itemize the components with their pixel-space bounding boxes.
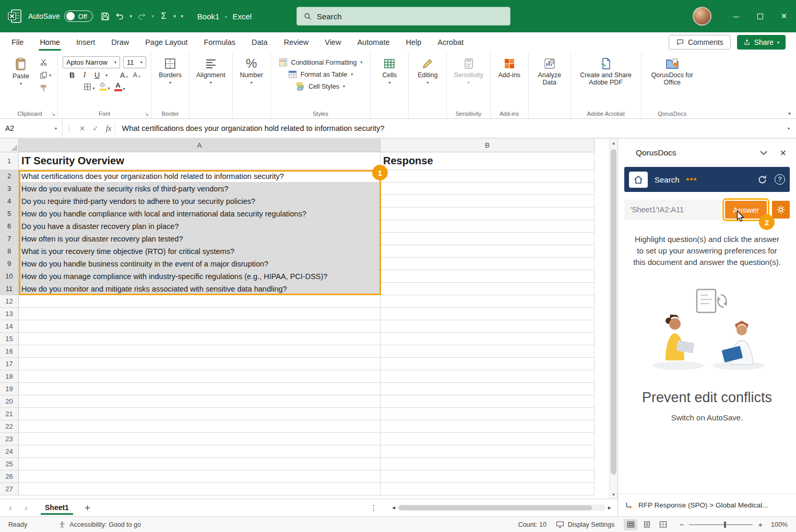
zoom-percentage[interactable]: 100% [768, 521, 788, 528]
row-header-7[interactable]: 7 [0, 233, 19, 245]
cell-A11[interactable]: How do you monitor and mitigate risks as… [19, 283, 381, 295]
page-break-view-button[interactable] [656, 519, 670, 530]
analyze-data-button[interactable]: Analyze Data [533, 56, 566, 88]
underline-dropdown-icon[interactable]: ▾ [105, 73, 108, 78]
autosum-dropdown-icon[interactable]: ▾ [171, 14, 179, 19]
redo-dropdown-icon[interactable]: ▾ [149, 14, 157, 19]
scroll-up-icon[interactable]: ▲ [610, 139, 617, 147]
cell-A22[interactable] [19, 420, 381, 433]
cell-B20[interactable] [381, 395, 595, 408]
previous-sheet-icon[interactable]: ‹ [6, 503, 15, 513]
border-style-button[interactable]: ▾ [84, 83, 94, 91]
accessibility-status[interactable]: Accessibility: Good to go [58, 521, 141, 528]
cell-B3[interactable] [381, 183, 595, 195]
adobe-pdf-button[interactable]: Create and Share Adobe PDF [576, 56, 636, 88]
autosave-control[interactable]: AutoSave Off [28, 10, 93, 22]
formula-input[interactable]: What certifications does your organizati… [115, 124, 781, 132]
cell-B21[interactable] [381, 408, 595, 420]
answer-button[interactable]: Answer [725, 201, 767, 219]
cell-A2[interactable]: What certifications does your organizati… [19, 170, 381, 183]
scroll-left-icon[interactable]: ◀ [392, 505, 395, 510]
zoom-out-button[interactable]: − [679, 520, 684, 529]
maximize-button[interactable] [748, 0, 772, 32]
customize-toolbar-icon[interactable]: ▾ [179, 14, 186, 19]
tab-review[interactable]: Review [283, 34, 310, 51]
tab-page-layout[interactable]: Page Layout [144, 34, 188, 51]
cell-B8[interactable] [381, 245, 595, 258]
number-format-button[interactable]: % Number▾ [237, 56, 266, 87]
row-header-8[interactable]: 8 [0, 245, 19, 258]
horizontal-scrollbar[interactable]: ◀ ▶ [392, 504, 611, 511]
row-header-20[interactable]: 20 [0, 395, 19, 408]
row-header-11[interactable]: 11 [0, 283, 19, 295]
fill-color-button[interactable]: ▾ [99, 82, 110, 91]
cell-B27[interactable] [381, 483, 595, 495]
normal-view-button[interactable] [624, 519, 637, 530]
display-settings-button[interactable]: Display Settings [556, 521, 615, 528]
row-header-4[interactable]: 4 [0, 195, 19, 208]
row-header-23[interactable]: 23 [0, 433, 19, 445]
cell-A6[interactable]: Do you have a disaster recovery plan in … [19, 220, 381, 233]
panel-search-label[interactable]: Search [655, 175, 680, 184]
save-button[interactable] [98, 8, 113, 24]
tab-insert[interactable]: Insert [75, 34, 96, 51]
help-button[interactable]: ? [775, 174, 785, 185]
clipboard-dialog-launcher-icon[interactable]: ↘ [51, 111, 55, 117]
row-header-5[interactable]: 5 [0, 208, 19, 220]
tab-view[interactable]: View [324, 34, 342, 51]
qorusdocs-office-button[interactable]: QorusDocs for Office [646, 56, 698, 88]
cell-B19[interactable] [381, 383, 595, 395]
cell-A15[interactable] [19, 333, 381, 345]
column-header-B[interactable]: B [381, 139, 595, 152]
italic-button[interactable]: I [80, 71, 89, 79]
cell-A10[interactable]: How do you manage compliance with indust… [19, 270, 381, 283]
addins-button[interactable]: Add-ins [495, 56, 524, 80]
cell-A20[interactable] [19, 395, 381, 408]
tab-acrobat[interactable]: Acrobat [436, 34, 465, 51]
scroll-right-icon[interactable]: ▶ [608, 505, 611, 510]
row-header-27[interactable]: 27 [0, 483, 19, 495]
cell-A1[interactable]: IT Security Overview [19, 152, 381, 170]
row-header-21[interactable]: 21 [0, 408, 19, 420]
format-as-table-button[interactable]: Format as Table▾ [285, 68, 356, 80]
underline-button[interactable]: U [93, 71, 101, 79]
collapse-ribbon-icon[interactable]: ▾ [788, 111, 791, 116]
row-header-16[interactable]: 16 [0, 345, 19, 358]
cell-B4[interactable] [381, 195, 595, 208]
enter-entry-icon[interactable]: ✓ [89, 124, 102, 132]
font-dialog-launcher-icon[interactable]: ↘ [145, 111, 149, 117]
autosave-toggle[interactable]: Off [64, 10, 93, 22]
tab-help[interactable]: Help [405, 34, 422, 51]
home-button[interactable] [629, 172, 648, 188]
cell-B11[interactable] [381, 283, 595, 295]
cell-B2[interactable] [381, 170, 595, 183]
tab-formulas[interactable]: Formulas [203, 34, 236, 51]
font-color-button[interactable]: A ▾ [114, 82, 125, 91]
tab-file[interactable]: File [10, 34, 25, 51]
row-header-2[interactable]: 2 [0, 170, 19, 183]
tab-home[interactable]: Home [39, 34, 61, 51]
editing-button[interactable]: Editing▾ [413, 56, 442, 87]
font-size-select[interactable]: 11▾ [123, 56, 146, 68]
cell-B1[interactable]: Response [381, 152, 595, 170]
borders-button[interactable]: Borders▾ [156, 56, 184, 87]
scroll-down-icon[interactable]: ▼ [610, 490, 617, 499]
cell-A24[interactable] [19, 445, 381, 458]
redo-button[interactable] [135, 8, 149, 24]
cell-A7[interactable]: How often is your disaster recovery plan… [19, 233, 381, 245]
row-header-22[interactable]: 22 [0, 420, 19, 433]
paste-button[interactable]: Paste▾ [7, 56, 35, 88]
add-sheet-button[interactable]: + [85, 502, 90, 514]
row-header-18[interactable]: 18 [0, 370, 19, 383]
tabs-overflow-icon[interactable]: ⋮ [370, 504, 377, 512]
tab-data[interactable]: Data [251, 34, 269, 51]
cell-A18[interactable] [19, 370, 381, 383]
cell-styles-button[interactable]: Cell Styles▾ [293, 80, 348, 92]
cell-B16[interactable] [381, 345, 595, 358]
conditional-formatting-button[interactable]: Conditional Formatting▾ [276, 56, 366, 68]
cell-B6[interactable] [381, 220, 595, 233]
zoom-slider[interactable] [689, 524, 753, 525]
cell-B17[interactable] [381, 358, 595, 370]
decrease-font-button[interactable]: A˅ [133, 71, 141, 79]
cell-B5[interactable] [381, 208, 595, 220]
